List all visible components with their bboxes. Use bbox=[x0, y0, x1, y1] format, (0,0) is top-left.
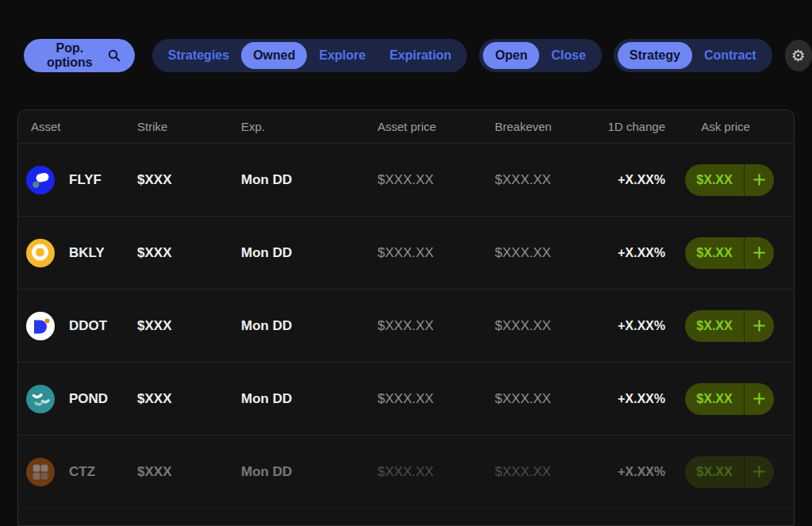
asset-ticker: FLYF bbox=[69, 172, 102, 188]
plus-icon[interactable] bbox=[745, 173, 774, 186]
ask-price-value: $X.XX bbox=[685, 246, 744, 260]
expiration-cell: Mon DD bbox=[228, 318, 365, 334]
search-icon bbox=[108, 49, 121, 62]
table-header-row: Asset Strike Exp. Asset price Breakeven … bbox=[18, 110, 794, 144]
plus-icon[interactable] bbox=[745, 392, 774, 405]
breakeven-cell: $XXX.XX bbox=[482, 245, 588, 261]
asset-ticker: POND bbox=[69, 391, 108, 407]
pop-options-button[interactable]: Pop. options bbox=[24, 39, 135, 72]
breakeven-cell: $XXX.XX bbox=[482, 318, 588, 334]
table-row[interactable]: BKLY $XXX Mon DD $XXX.XX $XXX.XX +X.XX% … bbox=[18, 217, 794, 290]
column-header-asset-price: Asset price bbox=[365, 120, 482, 133]
gear-icon: ⚙ bbox=[791, 47, 806, 64]
ask-price-cell: $X.XX bbox=[665, 456, 794, 488]
asset-cell: FLYF bbox=[18, 166, 124, 194]
ask-price-value: $X.XX bbox=[685, 392, 744, 406]
1d-change-cell: +X.XX% bbox=[588, 392, 665, 406]
column-header-strike: Strike bbox=[124, 120, 228, 133]
ask-price-value: $X.XX bbox=[685, 319, 744, 333]
asset-cell: BKLY bbox=[18, 239, 124, 267]
ask-price-cell: $X.XX bbox=[665, 310, 794, 342]
plus-icon[interactable] bbox=[745, 319, 774, 332]
asset-ticker: DDOT bbox=[69, 318, 107, 334]
asset-price-cell: $XXX.XX bbox=[365, 318, 482, 334]
1d-change-cell: +X.XX% bbox=[588, 246, 665, 260]
ask-price-cell: $X.XX bbox=[665, 237, 794, 269]
strike-cell: $XXX bbox=[124, 245, 228, 261]
asset-price-cell: $XXX.XX bbox=[365, 172, 482, 188]
asset-cell: DDOT bbox=[18, 312, 124, 340]
asset-ticker: BKLY bbox=[69, 245, 105, 261]
ask-price-cell: $X.XX bbox=[665, 164, 794, 196]
column-header-exp: Exp. bbox=[228, 120, 365, 133]
breakeven-cell: $XXX.XX bbox=[482, 464, 588, 480]
tab-close[interactable]: Close bbox=[539, 42, 598, 69]
pond-logo-icon bbox=[26, 385, 55, 413]
asset-price-cell: $XXX.XX bbox=[365, 245, 482, 261]
expiration-cell: Mon DD bbox=[228, 391, 365, 407]
ask-price-button[interactable]: $X.XX bbox=[685, 237, 774, 269]
side-segmented-control: Open Close bbox=[479, 39, 601, 72]
table-row[interactable]: CTZ $XXX Mon DD $XXX.XX $XXX.XX +X.XX% $… bbox=[18, 436, 794, 509]
tab-owned[interactable]: Owned bbox=[241, 42, 307, 69]
view-segmented-control: Strategies Owned Explore Expiration bbox=[152, 39, 468, 72]
asset-cell: CTZ bbox=[18, 458, 124, 486]
plus-icon[interactable] bbox=[745, 246, 774, 259]
tab-explore[interactable]: Explore bbox=[307, 42, 377, 69]
mode-segmented-control: Strategy Contract bbox=[614, 39, 772, 72]
ask-price-cell: $X.XX bbox=[665, 383, 794, 415]
strike-cell: $XXX bbox=[124, 172, 228, 188]
filter-toolbar: Pop. options Strategies Owned Explore Ex… bbox=[24, 39, 812, 72]
asset-price-cell: $XXX.XX bbox=[365, 391, 482, 407]
asset-cell: POND bbox=[18, 385, 124, 413]
column-header-asset: Asset bbox=[18, 120, 124, 133]
strike-cell: $XXX bbox=[124, 464, 228, 480]
flyf-logo-icon bbox=[26, 166, 55, 194]
table-body: FLYF $XXX Mon DD $XXX.XX $XXX.XX +X.XX% … bbox=[18, 144, 794, 509]
asset-ticker: CTZ bbox=[69, 464, 95, 480]
expiration-cell: Mon DD bbox=[228, 172, 365, 188]
pop-options-label: Pop. options bbox=[38, 41, 102, 70]
tab-strategies[interactable]: Strategies bbox=[156, 42, 241, 69]
tab-contract[interactable]: Contract bbox=[692, 42, 768, 69]
breakeven-cell: $XXX.XX bbox=[482, 172, 588, 188]
1d-change-cell: +X.XX% bbox=[588, 173, 665, 187]
options-table: Asset Strike Exp. Asset price Breakeven … bbox=[17, 109, 795, 526]
expiration-cell: Mon DD bbox=[228, 464, 365, 480]
settings-button[interactable]: ⚙ bbox=[785, 40, 812, 71]
ask-price-value: $X.XX bbox=[685, 173, 744, 187]
ddot-logo-icon bbox=[26, 312, 55, 340]
column-header-ask-price: Ask price bbox=[665, 120, 794, 133]
table-row[interactable]: POND $XXX Mon DD $XXX.XX $XXX.XX +X.XX% … bbox=[18, 363, 794, 436]
strike-cell: $XXX bbox=[124, 318, 228, 334]
ask-price-value: $X.XX bbox=[685, 465, 744, 479]
plus-icon[interactable] bbox=[745, 465, 774, 478]
bkly-logo-icon bbox=[26, 239, 55, 267]
ask-price-button[interactable]: $X.XX bbox=[685, 310, 774, 342]
ask-price-button[interactable]: $X.XX bbox=[685, 383, 774, 415]
ctz-logo-icon bbox=[26, 458, 55, 486]
breakeven-cell: $XXX.XX bbox=[482, 391, 588, 407]
1d-change-cell: +X.XX% bbox=[588, 465, 665, 479]
1d-change-cell: +X.XX% bbox=[588, 319, 665, 333]
strike-cell: $XXX bbox=[124, 391, 228, 407]
table-row[interactable]: FLYF $XXX Mon DD $XXX.XX $XXX.XX +X.XX% … bbox=[18, 144, 794, 217]
ask-price-button[interactable]: $X.XX bbox=[685, 456, 774, 488]
asset-price-cell: $XXX.XX bbox=[365, 464, 482, 480]
column-header-breakeven: Breakeven bbox=[482, 120, 588, 133]
tab-strategy[interactable]: Strategy bbox=[618, 42, 692, 69]
expiration-cell: Mon DD bbox=[228, 245, 365, 261]
tab-expiration[interactable]: Expiration bbox=[377, 42, 463, 69]
column-header-1d-change: 1D change bbox=[588, 120, 665, 133]
tab-open[interactable]: Open bbox=[483, 42, 539, 69]
ask-price-button[interactable]: $X.XX bbox=[685, 164, 774, 196]
table-row[interactable]: DDOT $XXX Mon DD $XXX.XX $XXX.XX +X.XX% … bbox=[18, 290, 794, 363]
